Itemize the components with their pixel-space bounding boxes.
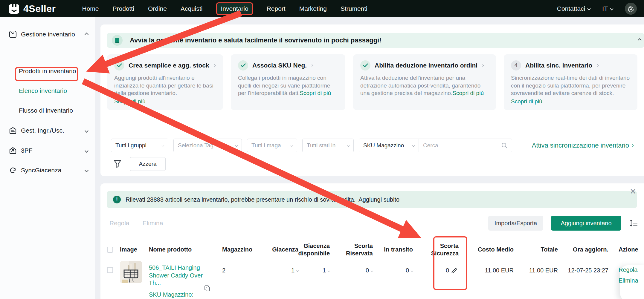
add-now-link[interactable]: Aggiungi subito (358, 196, 399, 203)
language-label: IT (602, 5, 608, 12)
alert-text: Rilevati 28883 articoli senza inventario… (126, 196, 355, 203)
table-header: Image Nome prodotto Magazzino Giacenza G… (107, 240, 644, 259)
step-desc-text: Aggiungi prodotti all'inventario e inizi… (114, 75, 213, 96)
table-toolbar: Regola Elimina Importa/Esporta Aggiungi … (109, 216, 638, 231)
sidebar-item-3pf[interactable]: 3PF (0, 144, 95, 157)
select-all-cell (107, 240, 120, 259)
giacenza-value: 1 (291, 267, 294, 274)
chevron-up-icon (85, 33, 88, 36)
close-icon[interactable]: ✕ (630, 188, 636, 195)
copy-icon[interactable] (204, 285, 210, 292)
header-costo-medio: Costo Medio (463, 240, 514, 259)
filter-funnel-icon[interactable] (114, 160, 121, 168)
inventory-box-icon (9, 30, 17, 38)
header-image: Image (120, 240, 149, 259)
row-name-cell: 506_TAILI Hanging Shower Caddy Over Th..… (149, 259, 222, 299)
nav-item-home[interactable]: Home (82, 5, 99, 12)
filter-warehouse-dropdown[interactable]: Tutti i maga... (247, 139, 297, 152)
header-totale: Totale (514, 240, 558, 259)
step-number-badge: 4 (511, 60, 521, 70)
sidebar-item-syncgiacenza[interactable]: SyncGiacenza (0, 163, 95, 177)
sidebar-item-prodotti-in-inventario[interactable]: Prodotti in inventario (19, 68, 76, 75)
sidebar-item-elenco-inventario[interactable]: Elenco inventario (19, 87, 67, 94)
row-checkbox[interactable] (107, 267, 113, 273)
nav-item-ordine[interactable]: Ordine (148, 5, 167, 12)
4seller-logo-icon (8, 3, 20, 14)
sync-icon (9, 166, 17, 174)
onboarding-banner: Avvia la gestione inventario e saluta fa… (107, 33, 644, 48)
nav-item-inventario[interactable]: Inventario (216, 2, 253, 15)
filter-groups-dropdown[interactable]: Tutti i gruppi (111, 139, 168, 152)
row-disponibile-cell: 1 (298, 259, 330, 299)
add-inventory-button[interactable]: Aggiungi inventario (551, 216, 621, 231)
learn-more-link[interactable]: Scopri di più (300, 90, 331, 96)
column-settings-icon[interactable] (629, 219, 638, 228)
language-dropdown[interactable]: IT (602, 5, 613, 12)
header-giacenza-disponibile: Giacenza disponibile (298, 240, 330, 259)
step-title: Crea semplice e agg. stock (129, 62, 209, 69)
brand[interactable]: 4Seller (8, 3, 56, 14)
search-icon[interactable] (501, 142, 508, 149)
sidebar-item-gestione-inventario[interactable]: Gestione inventario (0, 27, 95, 41)
nav-item-report[interactable]: Report (267, 5, 286, 12)
settings-button[interactable] (625, 3, 637, 15)
delete-button-disabled[interactable]: Elimina (143, 220, 163, 227)
nav-item-prodotti[interactable]: Prodotti (113, 5, 134, 12)
search-input[interactable] (419, 142, 501, 149)
product-name-link[interactable]: 506_TAILI Hanging Shower Caddy Over Th..… (149, 264, 211, 287)
header-in-transito: In transito (377, 240, 413, 259)
step-card-header[interactable]: Crea semplice e agg. stock (114, 60, 216, 70)
learn-more-link[interactable]: Scopri di più (511, 98, 630, 105)
expand-icon[interactable] (371, 269, 373, 272)
row-action-delete[interactable]: Elimina (619, 277, 638, 284)
chevron-down-icon (235, 144, 238, 147)
nav-item-marketing[interactable]: Marketing (299, 5, 327, 12)
contact-dropdown[interactable]: Contattaci (557, 5, 590, 12)
chevron-down-icon (85, 129, 88, 133)
filter-row: Tutti i gruppi Seleziona Tag Tutti i mag… (111, 139, 512, 152)
product-image[interactable] (120, 261, 142, 283)
sidebar-item-gest-ingr-usc[interactable]: Gest. Ingr./Usc. (0, 124, 95, 137)
step-card-sinc-inventario: 4 Abilita sinc. inventario Sincronizzazi… (504, 54, 637, 110)
chevron-down-icon (587, 7, 591, 10)
nav-right: Contattaci IT (557, 3, 637, 15)
rule-button-disabled[interactable]: Regola (109, 220, 129, 227)
sicurezza-value: 0 (446, 267, 449, 274)
activate-sync-label: Attiva sincronizzazione inventario (532, 142, 629, 149)
filter-tag-dropdown[interactable]: Seleziona Tag (173, 139, 242, 152)
row-action-rule[interactable]: Regola (619, 266, 638, 273)
step-card-header[interactable]: Abilita deduzione inventario ordini (360, 60, 489, 70)
select-all-checkbox[interactable] (107, 247, 113, 253)
header-scorta-sicurezza: Scorta Sicurezza (413, 240, 463, 259)
banner-title: Avvia la gestione inventario e saluta fa… (130, 36, 381, 44)
filter-status-dropdown[interactable]: Tutti stati in... (302, 139, 354, 152)
edit-pencil-icon[interactable] (451, 267, 457, 274)
row-totale: 11.00 EUR (514, 259, 558, 299)
nav-item-acquisti[interactable]: Acquisti (181, 5, 203, 12)
row-costo-medio: 11.00 EUR (463, 259, 514, 299)
row-transito-cell: 0 (377, 259, 413, 299)
header-nome-prodotto: Nome prodotto (149, 240, 222, 259)
chevron-right-icon (213, 64, 215, 67)
step-desc-text: Sincronizzazione real-time dei dati di i… (511, 75, 630, 96)
search-field-selector[interactable]: SKU Magazzino (359, 139, 419, 152)
page: 4Seller Home Prodotti Ordine Acquisti In… (0, 0, 644, 299)
step-card-header[interactable]: Associa SKU Neg. (238, 60, 338, 70)
step-card-header[interactable]: 4 Abilita sinc. inventario (511, 60, 630, 70)
step-title: Abilita sinc. inventario (525, 62, 592, 69)
step-card-deduzione-ordini: Abilita deduzione inventario ordini Atti… (353, 54, 496, 110)
activate-sync-link[interactable]: Attiva sincronizzazione inventario (532, 142, 633, 149)
nav-item-strumenti[interactable]: Strumenti (341, 5, 367, 12)
row-image-cell (120, 259, 149, 299)
step-title: Abilita deduzione inventario ordini (375, 62, 477, 69)
disponibile-value: 1 (323, 267, 326, 274)
nav-items: Home Prodotti Ordine Acquisti Inventario… (82, 2, 367, 15)
collapse-banner-icon[interactable] (638, 38, 642, 42)
import-export-button[interactable]: Importa/Esporta (488, 216, 543, 231)
learn-more-link[interactable]: Scopri di più (452, 90, 484, 96)
no-inventory-alert: ! Rilevati 28883 articoli senza inventar… (107, 191, 637, 208)
learn-more-link[interactable]: Scopri di più (114, 98, 216, 105)
clear-filters-button[interactable]: Azzera (130, 157, 166, 171)
row-select-cell (107, 259, 120, 299)
sidebar-item-flusso-di-inventario[interactable]: Flusso di inventario (19, 107, 73, 114)
